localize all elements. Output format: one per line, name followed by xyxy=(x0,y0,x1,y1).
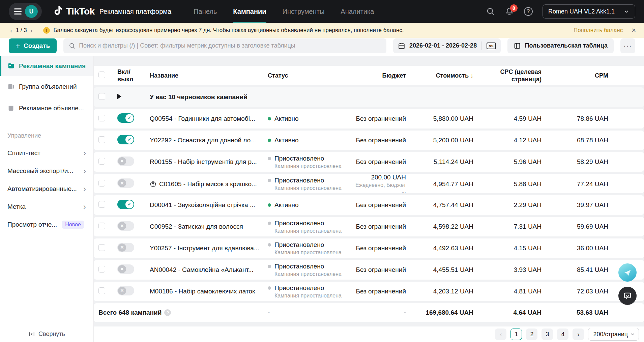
drafts-label: У вас 10 черновиков кампаний xyxy=(150,93,608,101)
custom-table-button[interactable]: Пользовательская таблица xyxy=(507,38,614,53)
table-row[interactable]: ✓✕ M00186 - Набір самоклеючих латок Прио… xyxy=(94,282,644,301)
support-chat-fab-button[interactable] xyxy=(618,287,637,305)
campaign-name[interactable]: Q00554 - Годинники для автомобі... xyxy=(150,115,255,122)
campaign-name[interactable]: C01605 - Набір мисок з кришко... xyxy=(159,180,257,188)
sidebar-item-label[interactable]: Метка › xyxy=(0,198,93,216)
campaigns-table: Вкл/выкл Название Статус Бюджет Стоимост… xyxy=(94,56,644,342)
row-checkbox[interactable] xyxy=(98,158,105,165)
table-row[interactable]: ✓✕ R00155 - Набір інструментів для р... … xyxy=(94,152,644,172)
col-name[interactable]: Название xyxy=(150,72,268,80)
campaign-name[interactable]: D00041 - Звукоізоляційна стрічка ... xyxy=(150,201,255,209)
campaign-toggle[interactable]: ✓✕ xyxy=(117,178,134,188)
sidebar-item-automated-rules[interactable]: Автоматизированные... › xyxy=(0,180,93,198)
page-button-2[interactable]: 2 xyxy=(526,329,537,340)
row-checkbox[interactable] xyxy=(98,115,105,121)
page-prev-button[interactable]: ‹ xyxy=(495,329,506,340)
sidebar-item-bulk-export[interactable]: Массовый экспорт/и... › xyxy=(0,162,93,180)
campaign-toggle[interactable]: ✓✕ xyxy=(117,264,134,274)
create-campaign-button[interactable]: + Создать xyxy=(9,38,57,53)
table-row[interactable]: ✓✕ Y02292 - Оснастка для донной ло... Ак… xyxy=(94,131,644,150)
banner-close-icon[interactable]: × xyxy=(632,26,636,35)
campaign-toggle[interactable]: ✓✕ xyxy=(117,156,134,166)
campaign-name[interactable]: M00186 - Набір самоклеючих латок xyxy=(150,288,255,295)
row-checkbox[interactable] xyxy=(98,287,105,294)
sidebar-item-split-test[interactable]: Сплит-тест › xyxy=(0,144,93,162)
cpc-value: 5.96 UAH xyxy=(473,158,541,166)
campaign-toggle[interactable]: ✓✕ xyxy=(117,243,134,252)
table-row[interactable]: ✓✕ Q00554 - Годинники для автомобі... Ак… xyxy=(94,109,644,129)
table-row[interactable]: ✓✕ C00952 - Затискач для волосся Приоста… xyxy=(94,217,644,236)
table-row[interactable]: ✓✕ Y00257 - Інструмент для вдавлюва... П… xyxy=(94,238,644,258)
sidebar-item-campaign[interactable]: Рекламная кампания xyxy=(0,56,93,76)
row-checkbox[interactable] xyxy=(98,223,105,229)
row-checkbox[interactable] xyxy=(98,180,105,187)
banner-next-icon[interactable]: › xyxy=(28,27,35,34)
promote-fab-button[interactable] xyxy=(618,263,637,282)
row-checkbox[interactable] xyxy=(98,266,105,273)
nav-tools[interactable]: Инструменты xyxy=(283,0,325,23)
expand-arrow-icon[interactable] xyxy=(117,94,121,99)
totals-help-icon[interactable]: ? xyxy=(164,309,171,316)
select-all-checkbox[interactable] xyxy=(98,72,105,78)
page-button-3[interactable]: 3 xyxy=(541,329,553,340)
sidebar-item-adgroup[interactable]: Группа объявлений xyxy=(0,76,93,97)
page-size-select[interactable]: 200/страниц xyxy=(588,328,639,341)
sidebar-item-report-view[interactable]: Просмотр отче... Новое xyxy=(0,216,93,233)
table-columns-icon xyxy=(514,42,521,50)
search-filter-bar[interactable] xyxy=(63,38,386,53)
row-checkbox[interactable] xyxy=(98,136,105,143)
brand-logo[interactable]: TikTok Рекламная платформа xyxy=(53,6,171,17)
search-icon[interactable] xyxy=(486,7,495,16)
col-toggle[interactable]: Вкл/выкл xyxy=(117,68,135,83)
page-button-1[interactable]: 1 xyxy=(510,329,522,340)
status-dot xyxy=(268,203,271,207)
compare-vs-icon[interactable]: vs xyxy=(487,42,496,49)
totals-row: Всего 648 кампаний ? - - 169,680.64 UAH … xyxy=(94,303,644,322)
col-status[interactable]: Статус xyxy=(268,72,352,80)
avatar[interactable]: U xyxy=(25,5,38,18)
drafts-checkbox[interactable] xyxy=(98,93,105,100)
table-row[interactable]: ✓✕ AN00042 - Самоклейна «Алькант... Прио… xyxy=(94,260,644,280)
sidebar-item-ad[interactable]: Рекламное объявле... xyxy=(0,97,93,119)
campaign-toggle[interactable]: ✓✕ xyxy=(117,113,134,123)
campaign-name[interactable]: Y00257 - Інструмент для вдавлюва... xyxy=(150,245,259,252)
campaign-name[interactable]: Y02292 - Оснастка для донной ло... xyxy=(150,137,256,144)
row-checkbox[interactable] xyxy=(98,201,105,208)
page-button-4[interactable]: 4 xyxy=(557,329,568,340)
main-menu-button[interactable]: U xyxy=(9,3,42,20)
col-cost-sort[interactable]: Стоимость ↓ xyxy=(406,72,473,80)
campaign-toggle[interactable]: ✓✕ xyxy=(117,286,134,295)
cost-value: 5,114.24 UAH xyxy=(406,158,473,166)
campaigns-toolbar: + Создать 2026-02-01 - 2026-02-28 vs Пол… xyxy=(0,38,644,56)
col-cpc[interactable]: CPC (целевая страница) xyxy=(473,68,541,83)
sidebar-collapse-button[interactable]: Свернуть xyxy=(0,326,93,342)
top-navbar: U TikTok Рекламная платформа Панель Камп… xyxy=(0,0,644,23)
page-next-button[interactable]: › xyxy=(573,329,584,340)
nav-analytics[interactable]: Аналитика xyxy=(341,0,374,23)
campaign-name[interactable]: C00952 - Затискач для волосся xyxy=(150,223,243,230)
drafts-row[interactable]: У вас 10 черновиков кампаний xyxy=(94,87,644,107)
help-icon[interactable]: ? xyxy=(524,7,533,16)
totals-cpm: 53.63 UAH xyxy=(541,309,608,316)
campaign-toggle[interactable]: ✓✕ xyxy=(117,135,134,144)
col-cpm[interactable]: CPM xyxy=(541,72,608,80)
more-options-button[interactable]: ··· xyxy=(620,38,635,53)
date-range-picker[interactable]: 2026-02-01 - 2026-02-28 vs xyxy=(393,38,501,53)
notifications-bell-icon[interactable]: 8 xyxy=(505,7,514,16)
account-selector[interactable]: Romen UAH VL2 Akk1.1 xyxy=(543,4,635,19)
status-text: Приостановлено xyxy=(274,155,324,162)
table-row[interactable]: ✓✕ C01605 - Набір мисок з кришко... Прио… xyxy=(94,174,644,193)
campaign-toggle[interactable]: ✓✕ xyxy=(117,200,134,209)
row-checkbox[interactable] xyxy=(98,244,105,251)
campaign-toggle[interactable]: ✓✕ xyxy=(117,221,134,231)
col-budget[interactable]: Бюджет xyxy=(352,72,406,80)
campaign-name[interactable]: AN00042 - Самоклейна «Алькант... xyxy=(150,266,254,274)
search-input[interactable] xyxy=(79,42,381,49)
status-subtext: Кампания приостановлена xyxy=(274,228,352,234)
campaign-name[interactable]: R00155 - Набір інструментів для р... xyxy=(150,158,257,166)
banner-prev-icon[interactable]: ‹ xyxy=(8,27,14,34)
table-row[interactable]: ✓✕ D00041 - Звукоізоляційна стрічка ... … xyxy=(94,195,644,215)
top-up-balance-link[interactable]: Пополнить баланс xyxy=(574,27,623,34)
nav-campaigns[interactable]: Кампании xyxy=(233,0,266,23)
nav-dashboard[interactable]: Панель xyxy=(194,0,217,23)
